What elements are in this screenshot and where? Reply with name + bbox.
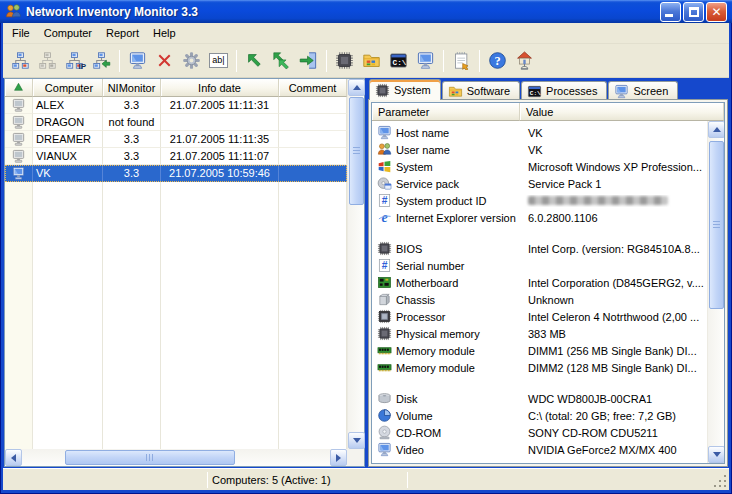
column-header-info-date[interactable]: Info date [161,79,279,97]
system-row[interactable]: BIOSIntel Corp. (version: RG84510A.8... [372,240,707,257]
servicepack-icon [377,176,392,191]
scroll-up-button[interactable] [348,79,365,96]
scroll-down-button[interactable] [348,432,365,449]
computer-row-vianux[interactable]: VIANUX3.321.07.2005 11:11:07 [5,148,347,165]
system-row[interactable]: MotherboardIntel Corporation (D845GERG2,… [372,274,707,291]
cell-comment [279,148,347,165]
app-logo-icon [5,3,22,20]
system-row[interactable]: #System product ID [372,192,707,209]
homepage-button[interactable] [511,47,538,74]
scroll-up-button[interactable] [708,121,725,138]
close-button[interactable]: ✕ [706,2,727,22]
computer-row-alex[interactable]: ALEX3.321.07.2005 11:11:31 [5,97,347,114]
group-spacer [372,376,707,390]
system-row[interactable]: User nameVK [372,141,707,158]
cell-comment [279,165,347,182]
scrollbar-thumb[interactable] [65,450,235,465]
tab-processes[interactable]: C:\Processes [521,81,607,100]
column-header-nimonitor[interactable]: NIMonitor [103,79,161,97]
rename-button[interactable]: ab| [205,47,232,74]
add-computer-button[interactable] [124,47,151,74]
export-button[interactable] [295,47,322,74]
help-button[interactable]: ? [484,47,511,74]
scrollbar-thumb[interactable] [349,97,364,205]
tab-software[interactable]: Software [442,81,520,100]
maximize-button[interactable] [683,2,704,22]
computers-horizontal-scrollbar[interactable] [5,449,347,466]
hash-icon: # [377,258,392,273]
tab-system[interactable]: System [369,79,441,100]
view-system-button[interactable] [331,47,358,74]
scroll-right-button[interactable] [330,449,347,466]
system-row[interactable]: Memory moduleDIMM1 (256 MB Single Bank) … [372,342,707,359]
window-title: Network Inventory Monitor 3.3 [26,5,660,19]
settings-button[interactable] [178,47,205,74]
parameter-value: C:\ (total: 20 GB; free: 7,2 GB) [520,410,707,422]
column-header-value[interactable]: Value [520,103,724,121]
system-row[interactable]: Physical memory383 MB [372,325,707,342]
system-row[interactable]: ChassisUnknown [372,291,707,308]
scroll-down-button[interactable] [708,446,725,463]
scan-network-button[interactable] [7,47,34,74]
parameter-label: Internet Explorer version [396,212,516,224]
column-header-sort[interactable] [5,79,33,97]
resize-grip[interactable] [714,475,727,488]
view-system-icon [335,51,354,70]
cdrom-icon [377,425,392,440]
system-row[interactable]: SystemMicrosoft Windows XP Profession... [372,158,707,175]
toolbar-separator [443,50,444,72]
cell-computer: VIANUX [33,148,103,165]
system-row[interactable]: VideoNVIDIA GeForce2 MX/MX 400 [372,441,707,458]
menu-computer[interactable]: Computer [37,24,99,42]
system-row[interactable]: Service packService Pack 1 [372,175,707,192]
computer-row-dreamer[interactable]: DREAMER3.321.07.2005 11:11:35 [5,131,347,148]
report-button[interactable] [448,47,475,74]
view-software-button[interactable] [358,47,385,74]
system-row[interactable]: VolumeC:\ (total: 20 GB; free: 7,2 GB) [372,407,707,424]
cell-nimonitor: 3.3 [103,97,161,114]
tab-screen[interactable]: Screen [608,81,678,100]
computer-row-dragon[interactable]: DRAGONnot found [5,114,347,131]
system-row[interactable]: #Serial number [372,257,707,274]
get-info-all-button[interactable] [268,47,295,74]
column-header-comment[interactable]: Comment [279,79,347,97]
cell-comment [279,114,347,131]
parameter-value: VK [520,144,707,156]
scroll-left-button[interactable] [5,449,22,466]
cell-nimonitor: 3.3 [103,148,161,165]
scrollbar-thumb[interactable] [709,141,724,309]
system-row[interactable]: CD-ROMSONY CD-ROM CDU5211 [372,424,707,441]
menu-report[interactable]: Report [99,24,146,42]
column-header-parameter[interactable]: Parameter [372,103,520,121]
system-row[interactable]: eInternet Explorer version6.0.2800.1106 [372,209,707,226]
get-info-icon [245,51,264,70]
computers-vertical-scrollbar[interactable] [347,79,364,449]
menu-help[interactable]: Help [146,24,183,42]
system-row[interactable]: DiskWDC WD800JB-00CRA1 [372,390,707,407]
system-row[interactable]: Host nameVK [372,124,707,141]
system-vertical-scrollbar[interactable] [707,121,724,463]
scan-ip-button[interactable]: IP [61,47,88,74]
view-processes-button[interactable]: C:\ [385,47,412,74]
parameter-value: Intel Corporation (D845GERG2, v.... [520,277,707,289]
scroll-up-icon [713,127,721,132]
parameter-label: User name [396,144,450,156]
scrollbar-corner [347,449,364,466]
column-header-computer[interactable]: Computer [33,79,103,97]
menu-file[interactable]: File [5,24,37,42]
details-tabstrip: SystemSoftwareC:\ProcessesScreen [368,79,728,100]
tab-label: Processes [546,85,597,97]
folder-icon [448,84,463,99]
parameter-label: Memory module [396,345,475,357]
parameter-value: Microsoft Windows XP Profession... [520,161,707,173]
get-info-button[interactable] [241,47,268,74]
parameter-label: Host name [396,127,449,139]
system-row[interactable]: ProcessorIntel Celeron 4 Notrthwood (2,0… [372,308,707,325]
import-computer-button[interactable] [88,47,115,74]
view-screen-button[interactable] [412,47,439,74]
system-row[interactable]: Memory moduleDIMM2 (128 MB Single Bank) … [372,359,707,376]
minimize-button[interactable] [660,2,681,22]
delete-computer-button[interactable] [151,47,178,74]
volume-icon [377,408,392,423]
computer-row-vk[interactable]: VK3.321.07.2005 10:59:46 [5,165,347,182]
